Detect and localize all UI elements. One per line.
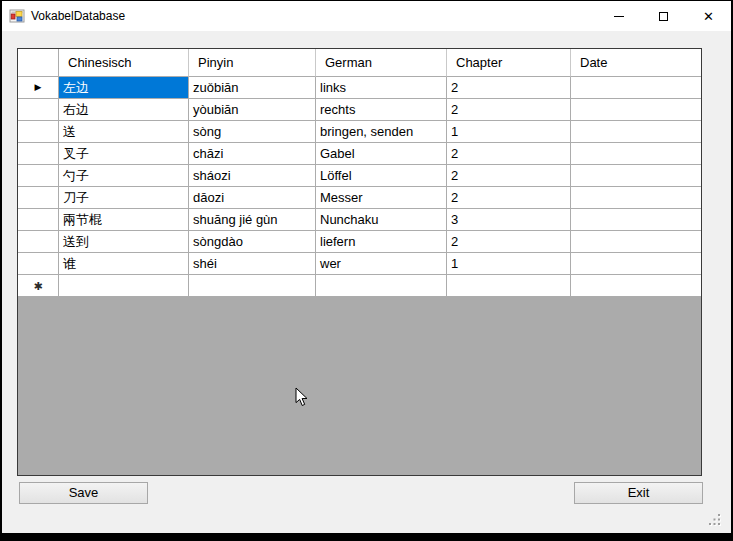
table-row: 勺子 sháozi Löffel 2 (18, 165, 701, 187)
cell-pinyin[interactable]: sòng (189, 121, 316, 143)
cell-chapter[interactable]: 2 (447, 77, 571, 99)
cell-date[interactable] (571, 253, 701, 275)
row-header-cell[interactable]: ✱ (18, 275, 59, 297)
row-header-cell[interactable] (18, 143, 59, 165)
exit-button[interactable]: Exit (574, 482, 703, 504)
datagrid-header-row: Chinesisch Pinyin German Chapter Date (18, 49, 701, 77)
cell-german[interactable]: wer (316, 253, 447, 275)
current-row-arrow-icon: ▶ (35, 83, 42, 92)
cell-chinesisch[interactable]: 左边 (59, 77, 189, 99)
cell-chinesisch[interactable]: 兩节棍 (59, 209, 189, 231)
table-row: 兩节棍 shuāng jié gùn Nunchaku 3 (18, 209, 701, 231)
vocab-datagrid: Chinesisch Pinyin German Chapter Date ▶ … (17, 48, 702, 476)
cell-chapter[interactable]: 1 (447, 121, 571, 143)
cell-chapter[interactable]: 2 (447, 143, 571, 165)
cell-date[interactable] (571, 209, 701, 231)
cell-chapter[interactable] (447, 275, 571, 297)
table-row: 叉子 chāzi Gabel 2 (18, 143, 701, 165)
maximize-icon (659, 12, 668, 21)
cell-german[interactable]: Nunchaku (316, 209, 447, 231)
cell-chinesisch[interactable]: 叉子 (59, 143, 189, 165)
row-header-cell[interactable] (18, 187, 59, 209)
cell-date[interactable] (571, 77, 701, 99)
cell-date[interactable] (571, 165, 701, 187)
cell-date[interactable] (571, 187, 701, 209)
cell-chinesisch[interactable]: 刀子 (59, 187, 189, 209)
table-row: 刀子 dāozi Messer 2 (18, 187, 701, 209)
table-row: 送到 sòngdào liefern 2 (18, 231, 701, 253)
window-title: VokabelDatabase (31, 9, 596, 23)
app-icon (9, 8, 25, 24)
minimize-button[interactable] (596, 1, 641, 31)
cell-pinyin[interactable] (189, 275, 316, 297)
cell-chinesisch[interactable]: 勺子 (59, 165, 189, 187)
cell-pinyin[interactable]: sòngdào (189, 231, 316, 253)
cell-pinyin[interactable]: shéi (189, 253, 316, 275)
cell-date[interactable] (571, 143, 701, 165)
cell-pinyin[interactable]: chāzi (189, 143, 316, 165)
datagrid-corner-cell[interactable] (18, 49, 59, 77)
column-header-pinyin[interactable]: Pinyin (189, 49, 316, 77)
table-row: ▶ 左边 zuǒbiān links 2 (18, 77, 701, 99)
close-button[interactable]: ✕ (686, 1, 731, 31)
row-header-cell[interactable]: ▶ (18, 77, 59, 99)
row-header-cell[interactable] (18, 209, 59, 231)
cell-german[interactable]: Löffel (316, 165, 447, 187)
row-header-cell[interactable] (18, 231, 59, 253)
titlebar: VokabelDatabase ✕ (2, 1, 731, 31)
save-button[interactable]: Save (19, 482, 148, 504)
column-header-german[interactable]: German (316, 49, 447, 77)
cell-chinesisch[interactable]: 右边 (59, 99, 189, 121)
cell-date[interactable] (571, 275, 701, 297)
row-header-cell[interactable] (18, 121, 59, 143)
cell-chapter[interactable]: 2 (447, 231, 571, 253)
cell-date[interactable] (571, 231, 701, 253)
minimize-icon (614, 16, 624, 17)
cell-german[interactable]: rechts (316, 99, 447, 121)
cell-german[interactable]: links (316, 77, 447, 99)
cell-pinyin[interactable]: yòubiān (189, 99, 316, 121)
column-header-date[interactable]: Date (571, 49, 701, 77)
cell-chinesisch[interactable] (59, 275, 189, 297)
cell-chapter[interactable]: 2 (447, 99, 571, 121)
table-row: 送 sòng bringen, senden 1 (18, 121, 701, 143)
cell-german[interactable]: liefern (316, 231, 447, 253)
cell-pinyin[interactable]: shuāng jié gùn (189, 209, 316, 231)
cell-chinesisch[interactable]: 谁 (59, 253, 189, 275)
cell-german[interactable]: bringen, senden (316, 121, 447, 143)
resize-grip[interactable] (708, 513, 722, 527)
maximize-button[interactable] (641, 1, 686, 31)
cell-chapter[interactable]: 1 (447, 253, 571, 275)
cell-chinesisch[interactable]: 送到 (59, 231, 189, 253)
app-window: VokabelDatabase ✕ Chinesisch Pinyin Germ… (0, 0, 733, 541)
form-client-area: Chinesisch Pinyin German Chapter Date ▶ … (2, 31, 731, 533)
table-row-new: ✱ (18, 275, 701, 297)
table-row: 右边 yòubiān rechts 2 (18, 99, 701, 121)
cell-pinyin[interactable]: sháozi (189, 165, 316, 187)
cell-chapter[interactable]: 3 (447, 209, 571, 231)
new-row-asterisk-icon: ✱ (33, 281, 42, 292)
cell-date[interactable] (571, 99, 701, 121)
close-icon: ✕ (703, 10, 714, 23)
row-header-cell[interactable] (18, 165, 59, 187)
row-header-cell[interactable] (18, 253, 59, 275)
cell-chapter[interactable]: 2 (447, 165, 571, 187)
cell-german[interactable]: Messer (316, 187, 447, 209)
cell-date[interactable] (571, 121, 701, 143)
row-header-cell[interactable] (18, 99, 59, 121)
cell-chapter[interactable]: 2 (447, 187, 571, 209)
cell-german[interactable]: Gabel (316, 143, 447, 165)
cell-pinyin[interactable]: zuǒbiān (189, 77, 316, 99)
table-row: 谁 shéi wer 1 (18, 253, 701, 275)
cell-german[interactable] (316, 275, 447, 297)
column-header-chapter[interactable]: Chapter (447, 49, 571, 77)
cell-chinesisch[interactable]: 送 (59, 121, 189, 143)
cell-pinyin[interactable]: dāozi (189, 187, 316, 209)
column-header-chinesisch[interactable]: Chinesisch (59, 49, 189, 77)
